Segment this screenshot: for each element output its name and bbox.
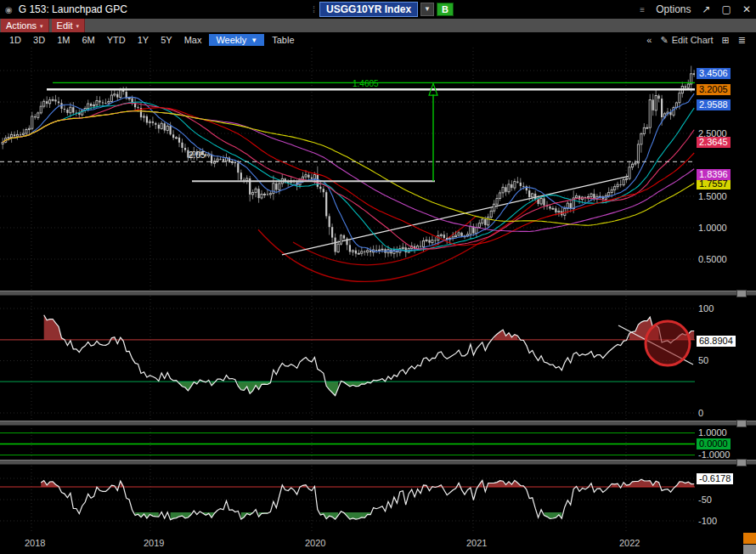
edit-chart-label: Edit Chart (672, 35, 714, 45)
app-icon[interactable]: ◉ (5, 5, 13, 14)
panel-resize-handle[interactable] (736, 459, 747, 466)
resize-corner[interactable] (743, 545, 756, 554)
security-field[interactable]: USGG10YR Index (319, 2, 418, 17)
caret-down-icon: ▼ (251, 37, 257, 44)
settings-list-icon[interactable]: ≣ (738, 35, 746, 46)
mini-panel (0, 433, 695, 455)
chart-toolbar: 1D3D1M6MYTD1Y5YMax Weekly ▼ Table « ✎ Ed… (0, 32, 756, 48)
panel-resize-handle[interactable] (736, 290, 747, 297)
edit-chart-button[interactable]: ✎ Edit Chart (660, 35, 713, 46)
actions-menu-label: Actions (6, 20, 37, 32)
actions-menu-button[interactable]: Actions ▾ (1, 19, 49, 32)
table-button[interactable]: Table (266, 34, 300, 46)
close-icon[interactable]: ✕ (742, 3, 751, 15)
panel-group-badge[interactable]: B (437, 3, 454, 16)
ma-10-line (3, 93, 694, 252)
range-button-5y[interactable]: 5Y (155, 34, 178, 46)
options-button[interactable]: Options (656, 3, 691, 15)
caret-down-icon: ▾ (40, 20, 43, 32)
dashed-level-label: 2.05 (189, 150, 206, 160)
panel-divider[interactable] (0, 421, 756, 426)
range-button-3d[interactable]: 3D (27, 34, 51, 46)
rsi-line (44, 315, 695, 396)
measure-label: 1.4605 (353, 79, 379, 88)
pencil-icon: ✎ (660, 35, 668, 46)
ma-21-line (3, 102, 694, 251)
range-buttons: 1D3D1M6MYTD1Y5YMax (3, 34, 207, 46)
range-button-1d[interactable]: 1D (3, 34, 27, 46)
security-dropdown-icon[interactable]: ▼ (420, 3, 434, 16)
edit-menu-button[interactable]: Edit ▾ (52, 19, 85, 32)
panel-resize-handle[interactable] (736, 420, 747, 427)
maximize-icon[interactable]: ▢ (722, 3, 731, 15)
ma-90-line (3, 111, 694, 226)
popout-icon[interactable]: ↗ (702, 3, 711, 15)
period-select[interactable]: Weekly ▼ (209, 34, 264, 46)
period-label: Weekly (216, 35, 246, 45)
annotate-grid-icon[interactable]: ⊞ (722, 35, 730, 46)
edit-menu-label: Edit (57, 20, 73, 32)
collapse-toolbar-icon[interactable]: « (646, 35, 652, 45)
menu-dots-icon[interactable]: ≡ (640, 5, 645, 14)
panel-divider[interactable] (0, 460, 756, 465)
range-button-1y[interactable]: 1Y (132, 34, 155, 46)
actions-bar: Actions ▾ Edit ▾ (0, 19, 756, 32)
window-titlebar: ◉ G 153: Launchpad GPC ⁞ USGG10YR Index … (0, 0, 756, 19)
ma-70-line (3, 111, 694, 232)
chart-canvas[interactable]: 2.051.4605 (0, 0, 756, 554)
range-button-1m[interactable]: 1M (51, 34, 76, 46)
panel-divider[interactable] (0, 291, 756, 296)
ma-30-line (3, 103, 694, 249)
scroll-corner-handle[interactable] (743, 533, 756, 544)
caret-down-icon: ▾ (76, 20, 80, 32)
drag-handle-icon[interactable]: ⁞ (313, 4, 315, 14)
wpr-panel (0, 478, 695, 521)
launchpad-chart-window: 2.051.4605 3.45063.20052.95882.50002.364… (0, 0, 756, 554)
price-panel: 2.051.4605 (0, 66, 695, 282)
window-title: G 153: Launchpad GPC (19, 3, 127, 15)
range-button-ytd[interactable]: YTD (101, 34, 132, 46)
rsi-circle-annotation[interactable] (646, 321, 690, 365)
range-button-max[interactable]: Max (178, 34, 208, 46)
rsi-panel (0, 308, 695, 413)
range-button-6m[interactable]: 6M (76, 34, 100, 46)
